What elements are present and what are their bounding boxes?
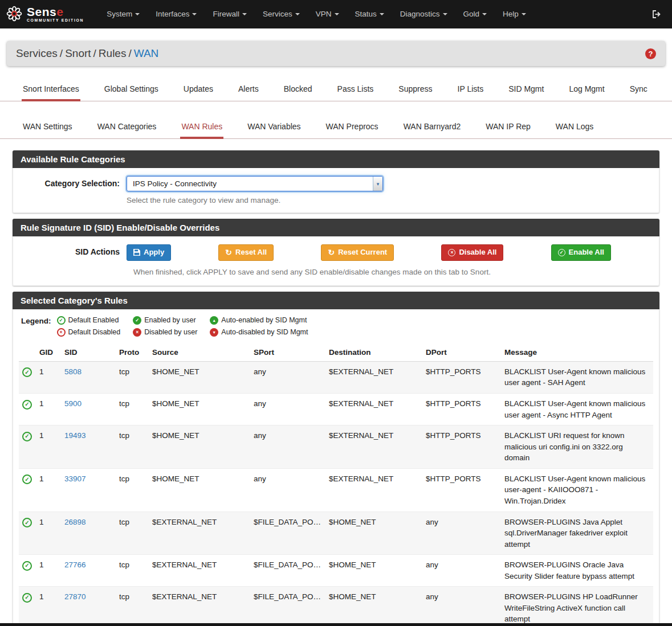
destination-cell: $HOME_NET: [325, 555, 422, 587]
tab-wan-settings[interactable]: WAN Settings: [22, 115, 74, 139]
chevron-down-icon: [443, 13, 447, 15]
legend-item-disabled-by-user: ×Disabled by user: [133, 328, 197, 337]
tab-updates[interactable]: Updates: [182, 77, 214, 101]
sid-overrides-panel: Rule Signature ID (SID) Enable/Disable O…: [13, 219, 659, 286]
sid-link[interactable]: 5900: [64, 399, 82, 408]
table-row: ✓133907tcp$HOME_NETany$EXTERNAL_NET$HTTP…: [19, 468, 653, 512]
rules-table-head-row: GIDSIDProtoSourceSPortDestinationDPortMe…: [19, 343, 653, 362]
state-cell: ✓: [19, 555, 36, 587]
enable-icon: ✓: [558, 249, 565, 256]
category-help-text: Select the rule category to view and man…: [127, 196, 651, 204]
check-solid-green: ✓: [133, 316, 141, 325]
chevron-down-icon: ▾: [373, 177, 382, 191]
sid-link[interactable]: 27766: [64, 560, 86, 569]
tab-wan-preprocs[interactable]: WAN Preprocs: [325, 115, 380, 139]
state-cell: ✓: [19, 587, 36, 626]
nav-item-status[interactable]: Status: [347, 0, 392, 28]
tab-wan-categories[interactable]: WAN Categories: [96, 115, 158, 139]
category-select[interactable]: IPS Policy - Connectivity ▾: [127, 176, 383, 191]
dport-cell: $HTTP_PORTS: [422, 425, 501, 469]
enable-all-button[interactable]: ✓Enable All: [551, 244, 611, 261]
sport-value: any: [254, 366, 322, 378]
chevron-down-icon: [295, 13, 300, 15]
sid-link[interactable]: 33907: [64, 474, 86, 483]
reset-all-button[interactable]: ↻Reset All: [218, 244, 274, 261]
destination-cell: $EXTERNAL_NET: [325, 468, 422, 512]
message-cell: BLACKLIST User-Agent known malicious use…: [501, 468, 653, 512]
rule-enabled-icon[interactable]: ✓: [22, 400, 32, 410]
column-header-source: Source: [149, 343, 250, 362]
rule-enabled-icon[interactable]: ✓: [22, 474, 32, 484]
message-cell: BLACKLIST User-Agent known malicious use…: [501, 394, 653, 425]
pfsense-logo[interactable]: Sense COMMUNITY EDITION: [6, 5, 84, 24]
nav-item-gold[interactable]: Gold: [455, 0, 495, 28]
help-icon[interactable]: ?: [645, 48, 656, 59]
sid-cell: 19493: [61, 425, 116, 469]
sport-value: $FILE_DATA_POR…: [254, 517, 322, 528]
sid-link[interactable]: 19493: [64, 431, 86, 440]
destination-cell: $HOME_NET: [325, 587, 422, 626]
tab-ip-lists[interactable]: IP Lists: [457, 77, 485, 101]
sid-link[interactable]: 26898: [64, 518, 86, 526]
state-cell: ✓: [19, 394, 36, 425]
dport-cell: any: [422, 587, 501, 626]
legend-item-enabled-by-user: ✓Enabled by user: [133, 316, 197, 325]
apply-button[interactable]: Apply: [127, 244, 171, 261]
tab-sid-mgmt[interactable]: SID Mgmt: [507, 77, 545, 101]
breadcrumb: Services/Snort/Rules/WAN: [16, 47, 158, 60]
button-label: Apply: [144, 248, 164, 257]
rule-enabled-icon[interactable]: ✓: [22, 561, 32, 571]
save-icon: [133, 249, 140, 256]
tab-blocked[interactable]: Blocked: [283, 77, 313, 101]
pfsense-flower-icon: [6, 5, 23, 24]
nav-item-system[interactable]: System: [99, 0, 148, 28]
tab-alerts[interactable]: Alerts: [237, 77, 260, 101]
tab-wan-logs[interactable]: WAN Logs: [555, 115, 594, 139]
reset-current-button[interactable]: ↻Reset Current: [321, 244, 394, 261]
nav-item-services[interactable]: Services: [255, 0, 308, 28]
tab-snort-interfaces[interactable]: Snort Interfaces: [22, 77, 80, 101]
source-cell: $HOME_NET: [149, 425, 250, 469]
tab-sync[interactable]: Sync: [629, 77, 649, 101]
sid-link[interactable]: 5808: [64, 367, 82, 376]
breadcrumb-item-rules[interactable]: Rules: [99, 47, 127, 59]
nav-item-help[interactable]: Help: [495, 0, 534, 28]
rule-enabled-icon[interactable]: ✓: [22, 518, 32, 527]
rule-enabled-icon[interactable]: ✓: [22, 367, 32, 377]
breadcrumb-item-services[interactable]: Services: [16, 47, 58, 59]
breadcrumb-item-wan[interactable]: WAN: [134, 47, 159, 59]
state-cell: ✓: [19, 425, 36, 469]
nav-item-vpn[interactable]: VPN: [308, 0, 347, 28]
breadcrumb-separator: /: [126, 47, 133, 59]
source-cell: $HOME_NET: [149, 361, 250, 393]
category-selection-label: Category Selection:: [21, 176, 127, 188]
rule-enabled-icon[interactable]: ✓: [22, 432, 32, 441]
tab-wan-rules[interactable]: WAN Rules: [180, 115, 223, 139]
table-row: ✓127766tcp$EXTERNAL_NET$FILE_DATA_POR…$H…: [19, 555, 653, 587]
proto-cell: tcp: [116, 361, 149, 393]
breadcrumb-item-snort[interactable]: Snort: [65, 47, 91, 59]
rule-enabled-icon[interactable]: ✓: [22, 593, 32, 603]
tab-wan-ip-rep[interactable]: WAN IP Rep: [484, 115, 532, 139]
tab-global-settings[interactable]: Global Settings: [103, 77, 160, 101]
sport-cell: $FILE_DATA_POR…: [250, 587, 325, 626]
tab-wan-barnyard2[interactable]: WAN Barnyard2: [402, 115, 462, 139]
category-select-value: IPS Policy - Connectivity: [127, 179, 373, 188]
sport-cell: any: [250, 361, 325, 393]
sign-out-icon[interactable]: [651, 9, 662, 19]
nav-item-diagnostics[interactable]: Diagnostics: [392, 0, 455, 28]
navbar-menu: SystemInterfacesFirewallServicesVPNStatu…: [99, 0, 534, 28]
tab-log-mgmt[interactable]: Log Mgmt: [568, 77, 605, 101]
tab-wan-variables[interactable]: WAN Variables: [246, 115, 302, 139]
dport-cell: $HTTP_PORTS: [422, 361, 501, 393]
sport-value: any: [254, 473, 322, 485]
proto-cell: tcp: [116, 555, 149, 587]
dport-cell: $HTTP_PORTS: [422, 394, 501, 425]
tab-pass-lists[interactable]: Pass Lists: [336, 77, 375, 101]
nav-item-firewall[interactable]: Firewall: [205, 0, 255, 28]
tab-suppress[interactable]: Suppress: [397, 77, 433, 101]
chevron-down-icon: [242, 13, 247, 15]
nav-item-interfaces[interactable]: Interfaces: [148, 0, 205, 28]
sid-link[interactable]: 27870: [64, 592, 86, 601]
disable-all-button[interactable]: ×Disable All: [441, 244, 503, 261]
